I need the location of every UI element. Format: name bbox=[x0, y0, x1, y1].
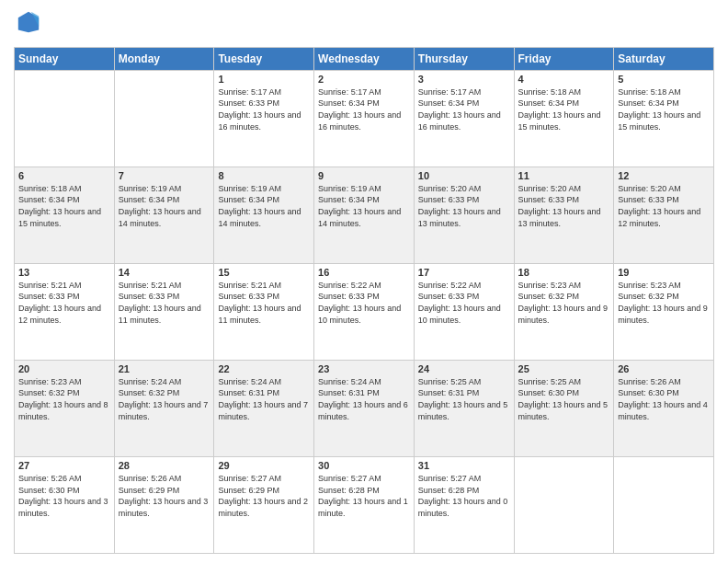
calendar-cell: 27Sunrise: 5:26 AM Sunset: 6:30 PM Dayli… bbox=[15, 456, 115, 553]
day-number: 23 bbox=[318, 363, 410, 374]
calendar-cell: 29Sunrise: 5:27 AM Sunset: 6:29 PM Dayli… bbox=[214, 456, 314, 553]
day-info: Sunrise: 5:21 AM Sunset: 6:33 PM Dayligh… bbox=[18, 280, 110, 326]
day-info: Sunrise: 5:22 AM Sunset: 6:33 PM Dayligh… bbox=[418, 280, 510, 326]
calendar-week-1: 1Sunrise: 5:17 AM Sunset: 6:33 PM Daylig… bbox=[15, 70, 714, 167]
day-number: 18 bbox=[518, 267, 610, 278]
calendar-cell: 14Sunrise: 5:21 AM Sunset: 6:33 PM Dayli… bbox=[114, 263, 214, 360]
day-number: 5 bbox=[618, 74, 710, 85]
day-number: 22 bbox=[218, 363, 310, 374]
logo bbox=[14, 9, 41, 40]
day-info: Sunrise: 5:18 AM Sunset: 6:34 PM Dayligh… bbox=[618, 86, 710, 132]
day-info: Sunrise: 5:24 AM Sunset: 6:32 PM Dayligh… bbox=[119, 376, 210, 422]
calendar-cell: 2Sunrise: 5:17 AM Sunset: 6:34 PM Daylig… bbox=[314, 70, 415, 167]
day-info: Sunrise: 5:25 AM Sunset: 6:30 PM Dayligh… bbox=[518, 376, 610, 422]
calendar-cell: 10Sunrise: 5:20 AM Sunset: 6:33 PM Dayli… bbox=[414, 167, 514, 263]
day-info: Sunrise: 5:20 AM Sunset: 6:33 PM Dayligh… bbox=[418, 183, 510, 229]
day-number: 20 bbox=[18, 363, 110, 374]
day-info: Sunrise: 5:26 AM Sunset: 6:30 PM Dayligh… bbox=[18, 473, 110, 519]
day-number: 17 bbox=[418, 267, 510, 278]
day-info: Sunrise: 5:27 AM Sunset: 6:28 PM Dayligh… bbox=[318, 473, 410, 519]
day-number: 12 bbox=[618, 170, 710, 181]
day-number: 1 bbox=[218, 74, 310, 85]
calendar-cell bbox=[114, 70, 214, 167]
calendar-header-row: SundayMondayTuesdayWednesdayThursdayFrid… bbox=[15, 47, 714, 70]
day-number: 13 bbox=[18, 267, 110, 278]
day-header-monday: Monday bbox=[114, 47, 214, 70]
calendar-cell: 1Sunrise: 5:17 AM Sunset: 6:33 PM Daylig… bbox=[214, 70, 314, 167]
day-info: Sunrise: 5:24 AM Sunset: 6:31 PM Dayligh… bbox=[318, 376, 410, 422]
header bbox=[14, 9, 714, 40]
calendar-week-2: 6Sunrise: 5:18 AM Sunset: 6:34 PM Daylig… bbox=[15, 167, 714, 263]
day-info: Sunrise: 5:17 AM Sunset: 6:33 PM Dayligh… bbox=[218, 86, 310, 132]
calendar-week-4: 20Sunrise: 5:23 AM Sunset: 6:32 PM Dayli… bbox=[15, 360, 714, 456]
day-header-saturday: Saturday bbox=[614, 47, 714, 70]
calendar-cell: 3Sunrise: 5:17 AM Sunset: 6:34 PM Daylig… bbox=[414, 70, 514, 167]
calendar-cell: 12Sunrise: 5:20 AM Sunset: 6:33 PM Dayli… bbox=[614, 167, 714, 263]
calendar-cell: 26Sunrise: 5:26 AM Sunset: 6:30 PM Dayli… bbox=[614, 360, 714, 456]
calendar-cell bbox=[614, 456, 714, 553]
calendar-cell: 5Sunrise: 5:18 AM Sunset: 6:34 PM Daylig… bbox=[614, 70, 714, 167]
day-info: Sunrise: 5:26 AM Sunset: 6:29 PM Dayligh… bbox=[119, 473, 210, 519]
day-number: 11 bbox=[518, 170, 610, 181]
page-container: SundayMondayTuesdayWednesdayThursdayFrid… bbox=[0, 0, 728, 563]
calendar-cell: 21Sunrise: 5:24 AM Sunset: 6:32 PM Dayli… bbox=[114, 360, 214, 456]
calendar-cell: 25Sunrise: 5:25 AM Sunset: 6:30 PM Dayli… bbox=[514, 360, 614, 456]
day-header-friday: Friday bbox=[514, 47, 614, 70]
day-number: 28 bbox=[119, 460, 210, 471]
day-header-wednesday: Wednesday bbox=[314, 47, 415, 70]
calendar-cell: 9Sunrise: 5:19 AM Sunset: 6:34 PM Daylig… bbox=[314, 167, 415, 263]
day-number: 19 bbox=[618, 267, 710, 278]
day-number: 15 bbox=[218, 267, 310, 278]
day-number: 10 bbox=[418, 170, 510, 181]
day-info: Sunrise: 5:25 AM Sunset: 6:31 PM Dayligh… bbox=[418, 376, 510, 422]
day-number: 9 bbox=[318, 170, 410, 181]
day-number: 27 bbox=[18, 460, 110, 471]
calendar-cell bbox=[514, 456, 614, 553]
calendar-cell: 20Sunrise: 5:23 AM Sunset: 6:32 PM Dayli… bbox=[15, 360, 115, 456]
calendar-cell: 19Sunrise: 5:23 AM Sunset: 6:32 PM Dayli… bbox=[614, 263, 714, 360]
calendar-cell: 8Sunrise: 5:19 AM Sunset: 6:34 PM Daylig… bbox=[214, 167, 314, 263]
day-number: 8 bbox=[218, 170, 310, 181]
day-number: 30 bbox=[318, 460, 410, 471]
calendar-cell: 18Sunrise: 5:23 AM Sunset: 6:32 PM Dayli… bbox=[514, 263, 614, 360]
calendar-cell: 22Sunrise: 5:24 AM Sunset: 6:31 PM Dayli… bbox=[214, 360, 314, 456]
calendar-cell: 15Sunrise: 5:21 AM Sunset: 6:33 PM Dayli… bbox=[214, 263, 314, 360]
calendar-cell: 17Sunrise: 5:22 AM Sunset: 6:33 PM Dayli… bbox=[414, 263, 514, 360]
calendar-cell: 23Sunrise: 5:24 AM Sunset: 6:31 PM Dayli… bbox=[314, 360, 415, 456]
day-number: 31 bbox=[418, 460, 510, 471]
day-number: 24 bbox=[418, 363, 510, 374]
day-info: Sunrise: 5:17 AM Sunset: 6:34 PM Dayligh… bbox=[318, 86, 410, 132]
day-number: 16 bbox=[318, 267, 410, 278]
day-info: Sunrise: 5:23 AM Sunset: 6:32 PM Dayligh… bbox=[518, 280, 610, 326]
calendar-week-3: 13Sunrise: 5:21 AM Sunset: 6:33 PM Dayli… bbox=[15, 263, 714, 360]
day-number: 29 bbox=[218, 460, 310, 471]
day-info: Sunrise: 5:19 AM Sunset: 6:34 PM Dayligh… bbox=[218, 183, 310, 229]
calendar-table: SundayMondayTuesdayWednesdayThursdayFrid… bbox=[14, 47, 714, 554]
day-info: Sunrise: 5:20 AM Sunset: 6:33 PM Dayligh… bbox=[618, 183, 710, 229]
calendar-cell: 6Sunrise: 5:18 AM Sunset: 6:34 PM Daylig… bbox=[15, 167, 115, 263]
day-info: Sunrise: 5:22 AM Sunset: 6:33 PM Dayligh… bbox=[318, 280, 410, 326]
day-number: 26 bbox=[618, 363, 710, 374]
day-number: 2 bbox=[318, 74, 410, 85]
day-info: Sunrise: 5:19 AM Sunset: 6:34 PM Dayligh… bbox=[318, 183, 410, 229]
calendar-cell: 24Sunrise: 5:25 AM Sunset: 6:31 PM Dayli… bbox=[414, 360, 514, 456]
calendar-cell: 16Sunrise: 5:22 AM Sunset: 6:33 PM Dayli… bbox=[314, 263, 415, 360]
day-header-thursday: Thursday bbox=[414, 47, 514, 70]
day-info: Sunrise: 5:19 AM Sunset: 6:34 PM Dayligh… bbox=[119, 183, 210, 229]
calendar-cell: 31Sunrise: 5:27 AM Sunset: 6:28 PM Dayli… bbox=[414, 456, 514, 553]
day-number: 21 bbox=[119, 363, 210, 374]
day-info: Sunrise: 5:18 AM Sunset: 6:34 PM Dayligh… bbox=[518, 86, 610, 132]
calendar-cell: 4Sunrise: 5:18 AM Sunset: 6:34 PM Daylig… bbox=[514, 70, 614, 167]
calendar-cell: 30Sunrise: 5:27 AM Sunset: 6:28 PM Dayli… bbox=[314, 456, 415, 553]
day-info: Sunrise: 5:21 AM Sunset: 6:33 PM Dayligh… bbox=[119, 280, 210, 326]
day-info: Sunrise: 5:18 AM Sunset: 6:34 PM Dayligh… bbox=[18, 183, 110, 229]
calendar-cell: 28Sunrise: 5:26 AM Sunset: 6:29 PM Dayli… bbox=[114, 456, 214, 553]
day-info: Sunrise: 5:27 AM Sunset: 6:28 PM Dayligh… bbox=[418, 473, 510, 519]
day-info: Sunrise: 5:23 AM Sunset: 6:32 PM Dayligh… bbox=[618, 280, 710, 326]
day-number: 3 bbox=[418, 74, 510, 85]
logo-icon bbox=[16, 9, 41, 35]
day-info: Sunrise: 5:24 AM Sunset: 6:31 PM Dayligh… bbox=[218, 376, 310, 422]
calendar-cell: 7Sunrise: 5:19 AM Sunset: 6:34 PM Daylig… bbox=[114, 167, 214, 263]
calendar-cell bbox=[15, 70, 115, 167]
day-number: 7 bbox=[119, 170, 210, 181]
